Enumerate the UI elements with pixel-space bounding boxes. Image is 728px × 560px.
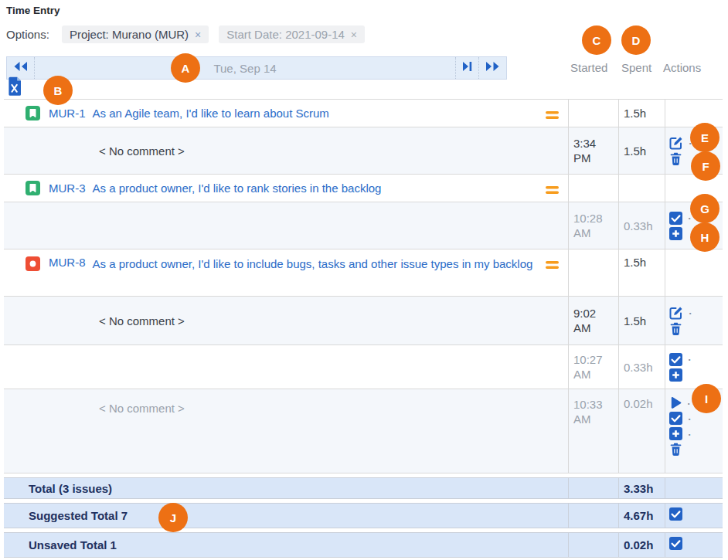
remove-filter-icon[interactable]: × (351, 29, 357, 41)
worklog-row: 10:27 AM 0.33h · (4, 345, 723, 389)
next-day-button[interactable] (456, 57, 478, 79)
actions-cell: · (665, 345, 723, 389)
time-entry-screen: Time Entry Options: Project: Murano (MUR… (0, 0, 728, 560)
annotation-marker-h: H (690, 222, 719, 252)
started-value: 10:28 AM (573, 211, 615, 240)
page-title: Time Entry (6, 5, 60, 16)
remove-filter-icon[interactable]: × (195, 29, 201, 41)
unsaved-total-row: Unsaved Total 1 0.02h (4, 532, 723, 558)
date-navigation-bar: Tue, Sep 14 (6, 56, 507, 80)
filter-chip-project[interactable]: Project: Murano (MUR) × (62, 25, 209, 43)
issue-cell: MUR-3 As a product owner, I'd like to ra… (4, 175, 568, 202)
issue-summary-link[interactable]: As a product owner, I'd like to rank sto… (93, 180, 534, 196)
options-label: Options: (6, 28, 49, 41)
worklog-row: < No comment > 10:33 AM 0.02h · · (4, 389, 723, 473)
column-header-actions: Actions (663, 61, 701, 74)
options-row: Options: Project: Murano (MUR) × Start D… (6, 25, 365, 43)
story-icon (26, 181, 40, 195)
issue-cell: MUR-1 As an Agile team, I'd like to lear… (4, 100, 568, 127)
delete-icon[interactable] (669, 322, 682, 336)
issue-key-link[interactable]: MUR-3 (49, 182, 86, 195)
total-actions-cell (665, 533, 723, 557)
issue-key-link[interactable]: MUR-8 (49, 256, 86, 269)
annotation-marker-d: D (621, 25, 651, 55)
play-icon[interactable] (669, 396, 682, 409)
total-value: 3.33h (624, 482, 653, 495)
skip-forward-icon (485, 61, 501, 75)
spent-cell (618, 175, 665, 202)
priority-medium-icon (546, 109, 559, 123)
approve-icon[interactable] (669, 353, 682, 366)
started-value: 10:33 AM (573, 397, 615, 426)
comment-cell: < No comment > (4, 389, 568, 473)
started-cell (568, 100, 618, 127)
excel-export-button[interactable] (8, 76, 22, 100)
worklog-row: < No comment > 9:02 AM 1.5h · (4, 297, 723, 345)
priority-medium-icon (546, 259, 559, 273)
issue-cell: MUR-8 As a product owner, I'd like to in… (4, 249, 568, 296)
total-value: 4.67h (624, 509, 653, 522)
add-icon[interactable] (669, 427, 682, 440)
column-header-spent: Spent (621, 61, 651, 74)
annotation-marker-a: A (171, 53, 200, 83)
action-separator: · (687, 429, 692, 440)
action-separator: · (687, 354, 692, 365)
total-actions-cell (665, 504, 723, 528)
current-date-label: Tue, Sep 14 (35, 62, 455, 75)
edit-icon[interactable] (669, 136, 683, 150)
annotation-marker-i: I (692, 384, 721, 413)
issue-summary-link[interactable]: As a product owner, I'd like to include … (93, 256, 534, 272)
annotation-marker-b: B (43, 76, 73, 105)
spent-cell: 1.5h (618, 249, 665, 296)
approve-all-icon[interactable] (669, 537, 682, 553)
total-started-cell (568, 478, 618, 498)
priority-medium-icon (546, 184, 559, 198)
suggested-total-row: Suggested Total 7 4.67h (4, 503, 723, 528)
issue-row-mur-8: MUR-8 As a product owner, I'd like to in… (4, 249, 723, 297)
add-icon[interactable] (669, 368, 682, 382)
issue-summary-link[interactable]: As an Agile team, I'd like to learn abou… (93, 105, 534, 121)
skip-forward-button[interactable] (479, 57, 506, 79)
spent-cell: 0.33h (618, 202, 665, 249)
actions-cell (665, 100, 723, 127)
spent-cell: 0.33h (618, 345, 665, 389)
started-cell: 10:27 AM (568, 345, 618, 389)
add-icon[interactable] (669, 227, 682, 240)
issue-row-mur-1: MUR-1 As an Agile team, I'd like to lear… (4, 100, 723, 127)
started-value: 3:34 PM (573, 136, 615, 165)
approve-icon[interactable] (669, 212, 682, 225)
total-actions-cell (665, 478, 723, 498)
total-label: Total (3 issues) (29, 482, 112, 495)
totals-section: Total (3 issues) 3.33h Suggested Total 7… (4, 477, 723, 560)
annotation-marker-c: C (582, 25, 611, 55)
total-value: 0.02h (624, 538, 653, 552)
action-separator: · (688, 307, 692, 318)
date-nav-right (455, 57, 506, 79)
prev-day-button[interactable] (7, 57, 35, 79)
delete-icon[interactable] (669, 443, 682, 456)
issue-key-link[interactable]: MUR-1 (49, 107, 86, 120)
actions-cell: · (665, 297, 723, 344)
action-separator: · (687, 413, 692, 424)
started-cell: 9:02 AM (568, 297, 618, 344)
delete-icon[interactable] (669, 152, 682, 166)
started-cell: 10:33 AM (568, 389, 618, 473)
filter-chip-label: Start Date: 2021-09-14 (226, 28, 345, 41)
spent-cell: 1.5h (618, 127, 665, 174)
spent-cell: 1.5h (618, 100, 665, 127)
started-value: 10:27 AM (573, 352, 615, 382)
started-cell (568, 249, 618, 296)
prev-day-icon (12, 61, 29, 75)
comment-cell (4, 202, 568, 249)
edit-icon[interactable] (669, 306, 683, 320)
annotation-marker-g: G (690, 194, 719, 223)
filter-chip-start-date[interactable]: Start Date: 2021-09-14 × (219, 25, 365, 43)
filter-chips: Project: Murano (MUR) × Start Date: 2021… (62, 25, 365, 43)
annotation-marker-e: E (690, 123, 719, 152)
time-entry-table: MUR-1 As an Agile team, I'd like to lear… (4, 99, 723, 473)
started-cell: 3:34 PM (568, 127, 618, 174)
approve-icon[interactable] (669, 412, 682, 425)
story-icon (26, 106, 40, 120)
total-label: Suggested Total 7 (29, 509, 128, 522)
approve-all-icon[interactable] (669, 507, 682, 524)
